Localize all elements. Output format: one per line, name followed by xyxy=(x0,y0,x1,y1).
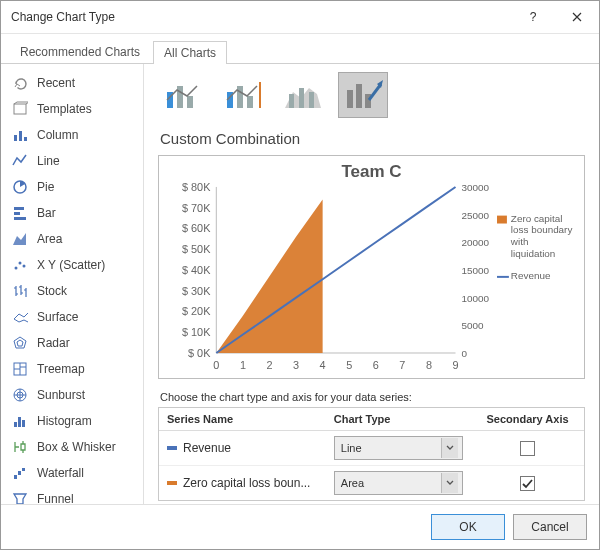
cancel-button[interactable]: Cancel xyxy=(513,514,587,540)
subtype-stacked-area-column[interactable] xyxy=(278,72,328,118)
sidebar-item-boxwhisker[interactable]: Box & Whisker xyxy=(1,434,143,460)
sidebar-item-waterfall[interactable]: Waterfall xyxy=(1,460,143,486)
sidebar-item-xy[interactable]: X Y (Scatter) xyxy=(1,252,143,278)
sidebar-item-label: Box & Whisker xyxy=(37,440,116,454)
svg-text:4: 4 xyxy=(320,359,326,371)
svg-point-10 xyxy=(19,262,22,265)
svg-text:$ 0K: $ 0K xyxy=(188,347,211,359)
svg-text:3: 3 xyxy=(293,359,299,371)
sidebar-item-radar[interactable]: Radar xyxy=(1,330,143,356)
svg-rect-37 xyxy=(347,90,353,108)
close-icon xyxy=(572,12,582,22)
sidebar-item-label: Radar xyxy=(37,336,70,350)
svg-rect-36 xyxy=(309,92,314,108)
sidebar-item-surface[interactable]: Surface xyxy=(1,304,143,330)
bar-icon xyxy=(11,205,29,221)
sidebar-item-label: Recent xyxy=(37,76,75,90)
dialog-title: Change Chart Type xyxy=(11,10,511,24)
xy-icon xyxy=(11,257,29,273)
sidebar-item-label: Sunburst xyxy=(37,388,85,402)
subtype-clustered-column-line-secondary[interactable] xyxy=(218,72,268,118)
subtype-clustered-column-line[interactable] xyxy=(158,72,208,118)
secondary-axis-checkbox[interactable] xyxy=(520,476,535,491)
sunburst-icon xyxy=(11,387,29,403)
svg-text:with: with xyxy=(510,236,529,247)
sidebar-item-pie[interactable]: Pie xyxy=(1,174,143,200)
series-name-label: Zero capital loss boun... xyxy=(183,476,310,490)
dialog-footer: OK Cancel xyxy=(1,504,599,549)
histogram-icon xyxy=(11,413,29,429)
sidebar-item-treemap[interactable]: Treemap xyxy=(1,356,143,382)
sidebar-item-label: Column xyxy=(37,128,78,142)
help-button[interactable]: ? xyxy=(511,1,555,33)
svg-rect-18 xyxy=(18,417,21,427)
svg-point-11 xyxy=(23,265,26,268)
svg-text:2: 2 xyxy=(266,359,272,371)
tab-recommended[interactable]: Recommended Charts xyxy=(9,40,151,63)
svg-text:15000: 15000 xyxy=(461,265,489,276)
chevron-down-icon xyxy=(441,438,458,458)
svg-rect-5 xyxy=(14,207,24,210)
svg-rect-7 xyxy=(14,217,26,220)
svg-rect-21 xyxy=(18,471,21,475)
svg-rect-34 xyxy=(289,94,294,108)
sidebar-item-templates[interactable]: Templates xyxy=(1,96,143,122)
series-col-axis: Secondary Axis xyxy=(471,408,584,430)
svg-text:5: 5 xyxy=(346,359,352,371)
sidebar-item-label: Pie xyxy=(37,180,54,194)
subtype-title: Custom Combination xyxy=(160,130,585,147)
sidebar-item-area[interactable]: Area xyxy=(1,226,143,252)
svg-text:0: 0 xyxy=(213,359,219,371)
series-chart-type-select[interactable]: Line xyxy=(334,436,463,460)
svg-text:liquidation: liquidation xyxy=(511,248,555,259)
series-grid: Series Name Chart Type Secondary Axis Re… xyxy=(158,407,585,501)
sidebar-item-label: Line xyxy=(37,154,60,168)
svg-text:20000: 20000 xyxy=(461,237,489,248)
series-col-name: Series Name xyxy=(159,408,326,430)
line-icon xyxy=(11,153,29,169)
svg-text:$ 50K: $ 50K xyxy=(182,243,211,255)
svg-rect-0 xyxy=(14,104,26,114)
svg-rect-17 xyxy=(14,422,17,427)
svg-text:25000: 25000 xyxy=(461,210,489,221)
close-button[interactable] xyxy=(555,1,599,33)
series-swatch xyxy=(167,446,177,450)
svg-rect-3 xyxy=(24,137,27,141)
svg-text:9: 9 xyxy=(452,359,458,371)
subtype-thumbnails xyxy=(158,72,585,118)
svg-marker-13 xyxy=(17,340,23,346)
sidebar-item-line[interactable]: Line xyxy=(1,148,143,174)
svg-marker-23 xyxy=(14,494,26,504)
sidebar-item-bar[interactable]: Bar xyxy=(1,200,143,226)
sidebar-item-stock[interactable]: Stock xyxy=(1,278,143,304)
series-row: Zero capital loss boun...Area xyxy=(159,466,584,500)
svg-text:0: 0 xyxy=(461,348,467,359)
secondary-axis-checkbox[interactable] xyxy=(520,441,535,456)
ok-button[interactable]: OK xyxy=(431,514,505,540)
sidebar-item-column[interactable]: Column xyxy=(1,122,143,148)
svg-text:7: 7 xyxy=(399,359,405,371)
svg-rect-28 xyxy=(187,96,193,108)
subtype-custom-combination[interactable] xyxy=(338,72,388,118)
sidebar-item-sunburst[interactable]: Sunburst xyxy=(1,382,143,408)
svg-text:$ 80K: $ 80K xyxy=(182,181,211,193)
sidebar-item-funnel[interactable]: Funnel xyxy=(1,486,143,504)
svg-marker-8 xyxy=(13,233,26,245)
funnel-icon xyxy=(11,491,29,504)
tab-all-charts[interactable]: All Charts xyxy=(153,41,227,64)
chart-preview-canvas: $ 0K$ 10K$ 20K$ 30K$ 40K$ 50K$ 60K$ 70K$… xyxy=(159,156,584,378)
svg-rect-27 xyxy=(177,86,183,108)
series-instruction: Choose the chart type and axis for your … xyxy=(160,391,585,403)
sidebar-item-histogram[interactable]: Histogram xyxy=(1,408,143,434)
svg-rect-1 xyxy=(14,135,17,141)
treemap-icon xyxy=(11,361,29,377)
svg-text:5000: 5000 xyxy=(461,320,483,331)
tab-strip: Recommended Charts All Charts xyxy=(1,34,599,64)
surface-icon xyxy=(11,309,29,325)
chart-category-sidebar: RecentTemplatesColumnLinePieBarAreaX Y (… xyxy=(1,64,144,504)
sidebar-item-label: Templates xyxy=(37,102,92,116)
sidebar-item-recent[interactable]: Recent xyxy=(1,70,143,96)
svg-rect-38 xyxy=(356,84,362,108)
series-col-type: Chart Type xyxy=(326,408,471,430)
series-chart-type-select[interactable]: Area xyxy=(334,471,463,495)
